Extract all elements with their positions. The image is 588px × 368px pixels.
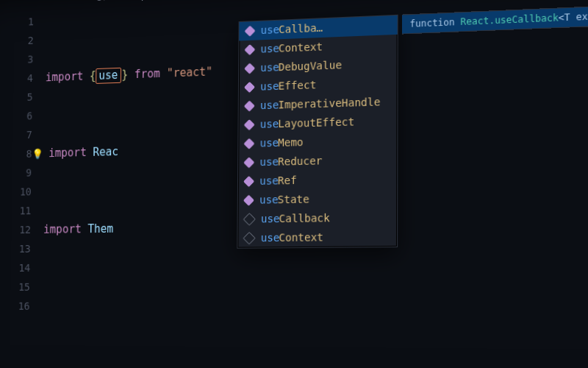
identifier: Reac [93, 145, 118, 159]
signature-hint: function React.useCallback<T extends [402, 4, 588, 34]
autocomplete-label: useContext [260, 38, 323, 58]
autocomplete-label: useDebugValue [260, 57, 342, 77]
autocomplete-label: useRef [259, 171, 297, 190]
autocomplete-popup[interactable]: useCallba…useContextuseDebugValueuseEffe… [237, 15, 398, 249]
keyword: import [46, 69, 90, 84]
method-icon [244, 119, 255, 130]
line-number: 10 [0, 182, 32, 201]
line-number: 1 [2, 13, 34, 32]
method-icon [244, 82, 255, 93]
chevron-right-icon: › [116, 0, 122, 1]
autocomplete-label: useCallback [261, 210, 330, 228]
line-number: 6 [1, 106, 32, 126]
autocomplete-label: useState [259, 191, 309, 209]
autocomplete-label: useMemo [260, 134, 304, 152]
line-number: 14 [0, 258, 30, 277]
identifier: Them [87, 222, 113, 236]
line-number: 16 [0, 297, 30, 316]
autocomplete-label: useImperativeHandle [260, 93, 381, 115]
autocomplete-item[interactable]: useContext [237, 227, 397, 248]
autocomplete-item[interactable]: useRef [238, 169, 397, 191]
line-number: 13 [0, 239, 31, 258]
line-number: 15 [0, 277, 30, 297]
snippet-icon [243, 213, 256, 225]
line-number: 2 [2, 31, 34, 51]
autocomplete-label: useLayoutEffect [260, 113, 355, 133]
method-icon [245, 26, 256, 37]
line-number: 7 [1, 125, 32, 145]
method-icon [244, 101, 255, 112]
editor-pane: src › Components › C3 › Index.js › ... U… [0, 0, 588, 368]
autocomplete-item[interactable]: useCallback [238, 208, 398, 229]
method-icon [243, 176, 254, 187]
line-number: 12 [0, 220, 31, 239]
breadcrumb-segment[interactable]: src [97, 0, 114, 2]
keyword: import [49, 146, 93, 160]
method-icon [243, 157, 254, 168]
code-editor[interactable]: import {use} from "react" 💡import Reac i… [28, 2, 212, 368]
method-icon [244, 63, 255, 74]
line-number: 4 [1, 68, 33, 88]
line-number: 5 [1, 88, 32, 107]
method-icon [244, 138, 255, 149]
line-number: 3 [1, 50, 33, 70]
line-number: 8 [0, 144, 32, 164]
autocomplete-label: useReducer [259, 152, 322, 171]
selection: use [96, 68, 121, 84]
autocomplete-label: useCallba… [261, 19, 323, 39]
lightbulb-icon[interactable]: 💡 [32, 145, 42, 164]
string-literal: "react" [167, 65, 212, 79]
snippet-icon [243, 232, 256, 244]
line-number: 11 [0, 201, 32, 220]
keyword: import [43, 222, 88, 236]
autocomplete-item[interactable]: useState [238, 188, 397, 210]
method-icon [243, 195, 254, 206]
autocomplete-label: useEffect [260, 77, 316, 96]
autocomplete-label: useContext [261, 229, 323, 247]
keyword: from [128, 67, 167, 82]
line-number-gutter: 12345678910111213141516 [0, 11, 34, 368]
method-icon [244, 44, 255, 55]
line-number: 9 [0, 163, 32, 183]
breadcrumb-segment[interactable]: Components [124, 0, 180, 1]
